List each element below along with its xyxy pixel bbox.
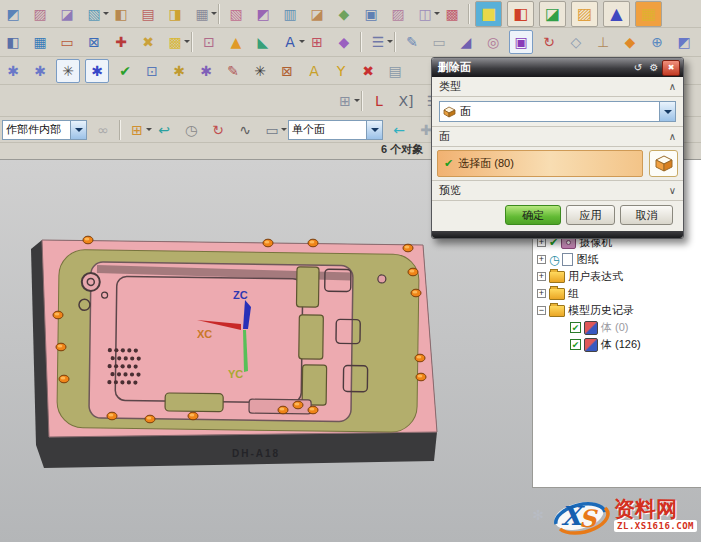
reset-icon[interactable]: ↺ <box>630 61 646 75</box>
tree-item-label: 组 <box>568 286 579 301</box>
select-face-row[interactable]: ✔ 选择面 (80) <box>437 150 643 177</box>
tree-item[interactable]: −模型历史记录 <box>533 302 701 319</box>
triad-yc-label: YC <box>228 368 243 380</box>
folder-icon <box>549 305 565 317</box>
model-pocket[interactable] <box>57 249 419 432</box>
preview-section-label: 预览 <box>439 183 461 198</box>
select-face-label: 选择面 (80) <box>458 156 514 171</box>
tree-item[interactable]: ✔体 (0) <box>533 319 701 336</box>
dialog-resize-bar[interactable] <box>432 231 683 238</box>
expand-icon[interactable]: ∨ <box>669 185 676 196</box>
collapse-icon[interactable]: ∧ <box>669 131 676 142</box>
triad-zc-label: ZC <box>233 289 248 301</box>
tree-item[interactable]: +组 <box>533 285 701 302</box>
gear-icon[interactable]: ⚙ <box>646 61 662 75</box>
face-section-header[interactable]: 面 ∧ <box>432 127 683 147</box>
snowflake-icon: ✻ <box>532 507 544 523</box>
plus-expander-icon[interactable]: + <box>537 238 546 247</box>
type-section-label: 类型 <box>439 79 461 94</box>
dialog-title-bar[interactable]: 删除面 ↺ ⚙ ✖ <box>432 58 683 77</box>
tree-item-label: 用户表达式 <box>568 269 623 284</box>
face-type-icon <box>443 106 456 118</box>
watermark-site-url: ZL.XS1616.COM <box>614 520 697 532</box>
solid-body-icon <box>584 321 598 335</box>
type-dropdown-value: 面 <box>460 104 471 119</box>
tree-item[interactable]: +用户表达式 <box>533 268 701 285</box>
tree-item[interactable]: +◷图纸 <box>533 251 701 268</box>
cancel-button[interactable]: 取消 <box>620 205 673 225</box>
part-navigator-tree: +✔摄像机+◷图纸+用户表达式+组−模型历史记录✔体 (0)✔体 (126) <box>533 234 701 353</box>
checkbox-checked[interactable]: ✔ <box>570 322 581 333</box>
preview-section-header[interactable]: 预览 ∨ <box>432 181 683 201</box>
ok-button[interactable]: 确定 <box>505 205 561 225</box>
watermark: ✻ X S 资料网 ZL.XS1616.COM <box>532 492 697 538</box>
logo-letter-s: S <box>579 504 598 533</box>
minus-expander-icon[interactable]: − <box>537 306 546 315</box>
collapse-icon[interactable]: ∧ <box>669 81 676 92</box>
triad-xc-label: XC <box>197 328 212 340</box>
apply-button[interactable]: 应用 <box>566 205 615 225</box>
plus-expander-icon[interactable]: + <box>537 255 546 264</box>
checkbox-checked[interactable]: ✔ <box>570 339 581 350</box>
tree-item-label: 图纸 <box>576 252 598 267</box>
delete-face-dialog: 删除面 ↺ ⚙ ✖ 类型 ∧ 面 面 <box>431 57 684 239</box>
folder-icon <box>549 271 565 283</box>
tree-item[interactable]: ✔体 (126) <box>533 336 701 353</box>
nx-application-window: ◩▨◪▧◧▤◨▦▧◩▥◪◆▣▨◫▩■◧◪▨▲▦ ◧▦▭⊠✚✖▩⊡▲◣A⊞◆☰✎▭… <box>0 0 701 542</box>
clock-icon: ◷ <box>549 254 559 266</box>
folder-icon <box>549 288 565 300</box>
tree-item-label: 模型历史记录 <box>568 303 634 318</box>
chevron-down-icon[interactable] <box>659 102 675 121</box>
close-icon[interactable]: ✖ <box>662 60 680 76</box>
cube-icon <box>655 155 673 172</box>
check-icon: ✔ <box>444 157 453 170</box>
face-section-label: 面 <box>439 129 450 144</box>
type-section-header[interactable]: 类型 ∧ <box>432 77 683 97</box>
tree-item-label: 体 (126) <box>601 337 641 352</box>
face-rule-button[interactable] <box>649 150 678 177</box>
xs-logo-icon: X S <box>546 492 612 538</box>
solid-body-icon <box>584 338 598 352</box>
tree-item-label: 体 (0) <box>601 320 629 335</box>
dialog-title: 删除面 <box>438 60 471 75</box>
watermark-site-name: 资料网 <box>614 499 697 519</box>
type-dropdown[interactable]: 面 <box>439 101 676 122</box>
plus-expander-icon[interactable]: + <box>537 289 546 298</box>
mold-engraving-text: DH-A18 <box>232 448 280 459</box>
plus-expander-icon[interactable]: + <box>537 272 546 281</box>
page-icon <box>562 253 573 266</box>
